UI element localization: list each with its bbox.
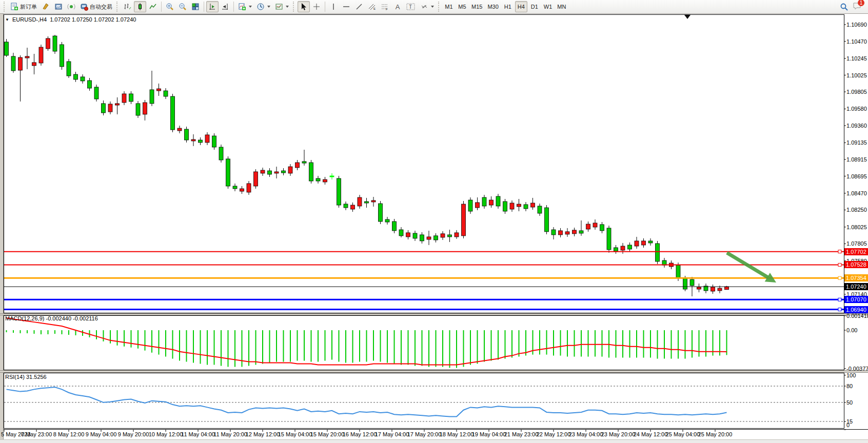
auto-scroll-icon	[208, 3, 216, 11]
clock-icon	[257, 3, 265, 11]
price-line-badge: 1.07702	[844, 248, 868, 255]
toolbar: 新订单 自动交易	[0, 0, 868, 14]
window-bottom-edge	[0, 439, 868, 443]
horizontal-line-tool-button[interactable]	[340, 1, 352, 12]
price-axis-label: 1.08695	[846, 173, 867, 179]
templates-dropdown-caret[interactable]	[286, 6, 289, 8]
timeframe-button-w1[interactable]: W1	[542, 1, 555, 12]
price-axis-label: 1.08025	[846, 224, 867, 230]
price-axis-label: 1.10025	[846, 72, 867, 78]
text-label-icon: T	[406, 3, 416, 11]
vertical-line-icon	[329, 3, 338, 11]
timeframe-label: W1	[544, 4, 553, 10]
indicators-icon	[238, 3, 246, 11]
chart-styles-button[interactable]	[40, 1, 52, 12]
zoom-out-button[interactable]	[176, 1, 189, 12]
timeframe-button-h4[interactable]: H4	[515, 1, 527, 12]
zoom-in-button[interactable]	[164, 1, 176, 12]
vertical-line-tool-button[interactable]	[327, 1, 340, 12]
main-pane-background[interactable]	[4, 14, 868, 313]
signal-icon	[67, 3, 75, 11]
channel-tool-button[interactable]: E	[366, 1, 378, 12]
crosshair-tool-button[interactable]	[310, 1, 323, 12]
timeframe-label: M15	[471, 4, 482, 10]
profiles-button[interactable]	[52, 1, 65, 12]
svg-text:T: T	[409, 4, 412, 10]
toolbar-right: 1	[840, 2, 866, 11]
time-axis-label: 16 May 12:00	[342, 431, 377, 437]
timeframe-bar: M1M5M15M30H1H4D1W1MN	[443, 1, 568, 12]
timeframe-label: H1	[504, 4, 511, 10]
periods-dropdown-caret[interactable]	[267, 6, 270, 8]
time-axis-label: 18 May 12:00	[439, 431, 474, 437]
chart-shift-button[interactable]	[219, 1, 231, 12]
notification-count-badge: 1	[858, 0, 864, 6]
time-axis-label: 9 May 20:00	[116, 431, 151, 437]
price-line-badge: 1.07240	[844, 283, 868, 290]
line-chart-button[interactable]	[147, 1, 159, 12]
macd-values: -0.002440 -0.002116	[46, 315, 97, 321]
price-line-badge: 1.07070	[844, 296, 868, 303]
fibonacci-icon: F	[381, 3, 389, 11]
indicators-dropdown-caret[interactable]	[249, 6, 252, 8]
text-label-tool-button[interactable]: T	[404, 1, 418, 12]
price-line-badge: 1.06940	[844, 306, 868, 313]
timeframe-button-mn[interactable]: MN	[555, 1, 568, 12]
chart-shift-icon	[221, 3, 229, 11]
arrows-dropdown-caret[interactable]	[431, 6, 434, 8]
svg-text:E: E	[373, 7, 376, 10]
timeframe-button-m15[interactable]: M15	[469, 1, 484, 12]
candlestick-chart-icon	[136, 3, 144, 11]
time-axis-label: 11 May 20:00	[213, 431, 248, 437]
tile-windows-button[interactable]	[189, 1, 202, 12]
price-axis-label: 1.09360	[846, 123, 867, 129]
time-axis-label: 22 May 12:00	[536, 431, 571, 437]
auto-trading-button[interactable]: 自动交易	[78, 1, 114, 12]
time-axis-label: 25 May 20:00	[698, 431, 733, 437]
toolbar-grip	[116, 2, 119, 12]
bar-chart-icon	[123, 3, 131, 11]
rsi-axis-label: 100	[846, 372, 856, 378]
candlestick-chart-button[interactable]	[134, 1, 146, 12]
time-axis-label: 25 May 04:00	[665, 431, 700, 437]
notifications-button[interactable]: 1	[853, 2, 862, 11]
time-axis-label: 23 May 20:00	[601, 431, 636, 437]
pane-separator[interactable]	[0, 313, 868, 315]
price-line-badge: 1.07354	[844, 274, 868, 281]
chart-shift-marker[interactable]	[684, 15, 691, 19]
template-icon	[275, 3, 283, 11]
chart-objects-caret-icon[interactable]: ▼	[5, 17, 9, 22]
price-axis-label: 1.10245	[846, 55, 867, 62]
search-icon[interactable]	[840, 3, 849, 11]
cursor-tool-button[interactable]	[298, 1, 310, 12]
indicators-button[interactable]	[236, 1, 254, 12]
text-tool-button[interactable]: A	[391, 1, 404, 12]
time-axis-label: 12 May 12:00	[245, 431, 280, 437]
pane-separator[interactable]	[0, 370, 868, 373]
auto-scroll-button[interactable]	[206, 1, 219, 12]
templates-button[interactable]	[273, 1, 291, 12]
timeframe-label: MN	[557, 4, 566, 10]
brush-icon	[42, 3, 50, 11]
signal-button[interactable]	[65, 1, 77, 12]
timeframe-button-h1[interactable]: H1	[502, 1, 514, 12]
bar-chart-button[interactable]	[121, 1, 133, 12]
crosshair-icon	[312, 3, 321, 11]
new-order-button[interactable]: 新订单	[8, 1, 39, 12]
periods-button[interactable]	[254, 1, 272, 12]
price-axis-label: 1.10470	[846, 38, 867, 45]
rsi-name: RSI(14)	[5, 374, 25, 380]
timeframe-button-m30[interactable]: M30	[485, 1, 500, 12]
timeframe-label: H4	[518, 4, 525, 10]
macd-pane-background[interactable]	[4, 315, 868, 370]
auto-trading-icon	[80, 3, 88, 11]
fibonacci-tool-button[interactable]: F	[379, 1, 391, 12]
arrows-tool-button[interactable]	[418, 1, 436, 12]
trendline-tool-button[interactable]	[353, 1, 365, 12]
timeframe-button-m5[interactable]: M5	[456, 1, 468, 12]
timeframe-label: M5	[458, 4, 466, 10]
rsi-pane-background[interactable]	[4, 373, 868, 429]
timeframe-button-d1[interactable]: D1	[528, 1, 541, 12]
timeframe-button-m1[interactable]: M1	[443, 1, 455, 12]
time-axis-label: 24 May 12:00	[633, 431, 668, 437]
